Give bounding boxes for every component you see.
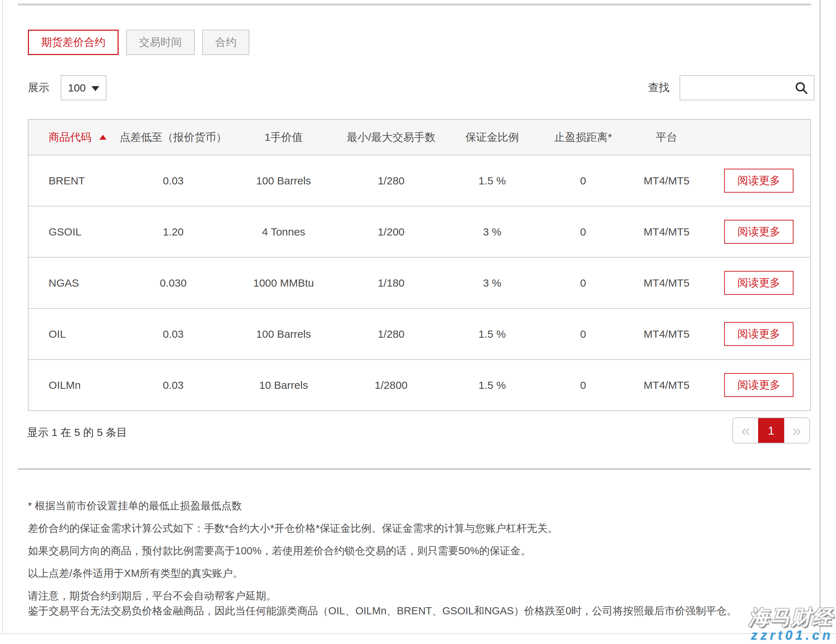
footnote-negative-price: 鉴于交易平台无法交易负价格金融商品，因此当任何能源类商品（OIL、OILMn、B…	[28, 603, 796, 618]
cell-min-max-lots: 1/280	[338, 328, 443, 340]
watermark-url: zzrt01.cn	[749, 629, 833, 642]
cell-margin: 1.5 %	[444, 175, 540, 187]
page-size-control: 展示 100	[28, 75, 106, 100]
footnote-stop-levels: * 根据当前市价设置挂单的最低止损盈最低点数	[28, 498, 796, 513]
table-row-ngas: NGAS 0.030 1000 MMBtu 1/180 3 % 0 MT4/MT…	[29, 257, 810, 308]
table-row-oil: OIL 0.03 100 Barrels 1/280 1.5 % 0 MT4/M…	[29, 308, 810, 359]
section-divider	[18, 468, 811, 470]
bottom-divider	[0, 633, 836, 634]
search-control: 查找	[648, 75, 815, 100]
pagination-prev-button[interactable]: «	[733, 418, 758, 443]
cell-lot-value: 4 Tonnes	[229, 226, 338, 238]
chevron-down-icon	[91, 86, 99, 91]
cell-platform: MT4/MT5	[625, 328, 708, 340]
cell-lot-value: 100 Barrels	[229, 175, 338, 187]
cell-spread: 0.030	[118, 277, 229, 289]
cell-stop-distance: 0	[540, 226, 625, 238]
footnote-margin-formula: 差价合约的保证金需求计算公式如下：手数*合约大小*开仓价格*保证金比例。保证金需…	[28, 521, 796, 536]
cell-stop-distance: 0	[540, 277, 625, 289]
cell-margin: 1.5 %	[444, 379, 540, 391]
read-more-button[interactable]: 阅读更多	[724, 322, 794, 346]
search-box	[679, 75, 815, 100]
cell-stop-distance: 0	[540, 175, 625, 187]
page-right-border	[820, 0, 821, 634]
column-header-margin[interactable]: 保证金比例	[444, 130, 540, 145]
watermark: 海马财经 zzrt01.cn	[749, 607, 833, 642]
page-left-border	[2, 0, 3, 634]
tab-trading-hours[interactable]: 交易时间	[126, 29, 195, 55]
footnote-hedged-margin: 如果交易同方向的商品，预付款比例需要高于100%，若使用差价合约锁仓交易的话，则…	[28, 543, 796, 558]
cell-min-max-lots: 1/2800	[338, 379, 443, 391]
entries-info: 显示 1 在 5 的 5 条目	[27, 425, 127, 440]
cell-spread: 0.03	[118, 175, 229, 187]
futures-cfd-table: 商品代码 点差低至（报价货币） 1手价值 最小/最大交易手数 保证金比例 止盈损…	[28, 119, 811, 411]
cell-symbol: NGAS	[29, 277, 118, 289]
column-header-symbol-label: 商品代码	[49, 130, 91, 145]
read-more-button[interactable]: 阅读更多	[724, 373, 794, 397]
pagination-next-button[interactable]: »	[784, 418, 809, 443]
cell-platform: MT4/MT5	[625, 379, 708, 391]
cell-symbol: BRENT	[29, 175, 118, 187]
column-header-lot-value[interactable]: 1手价值	[229, 130, 338, 145]
show-label: 展示	[28, 80, 49, 95]
read-more-button[interactable]: 阅读更多	[724, 220, 794, 244]
table-row-oilmn: OILMn 0.03 10 Barrels 1/2800 1.5 % 0 MT4…	[29, 359, 810, 410]
cell-min-max-lots: 1/180	[338, 277, 443, 289]
cell-lot-value: 1000 MMBtu	[229, 277, 338, 289]
footnotes: * 根据当前市价设置挂单的最低止损盈最低点数 差价合约的保证金需求计算公式如下：…	[28, 498, 796, 626]
cell-spread: 1.20	[118, 226, 229, 238]
read-more-button[interactable]: 阅读更多	[724, 271, 794, 295]
cell-lot-value: 10 Barrels	[229, 379, 338, 391]
read-more-button[interactable]: 阅读更多	[724, 169, 794, 193]
cell-lot-value: 100 Barrels	[229, 328, 338, 340]
cell-spread: 0.03	[118, 328, 229, 340]
cell-margin: 1.5 %	[444, 328, 540, 340]
cell-min-max-lots: 1/200	[338, 226, 443, 238]
cell-symbol: OILMn	[29, 379, 118, 391]
page-size-value: 100	[68, 82, 86, 94]
cell-margin: 3 %	[444, 226, 540, 238]
table-header-row: 商品代码 点差低至（报价货币） 1手价值 最小/最大交易手数 保证金比例 止盈损…	[29, 120, 810, 155]
pagination: « 1 »	[732, 417, 810, 443]
cell-min-max-lots: 1/280	[338, 175, 443, 187]
column-header-min-max-lots[interactable]: 最小/最大交易手数	[338, 130, 443, 145]
cell-symbol: OIL	[29, 328, 118, 340]
cell-symbol: GSOIL	[29, 226, 118, 238]
table-row-gsoil: GSOIL 1.20 4 Tonnes 1/200 3 % 0 MT4/MT5 …	[29, 206, 810, 257]
tab-contract[interactable]: 合约	[202, 29, 249, 55]
tab-futures-cfd[interactable]: 期货差价合约	[28, 29, 119, 55]
page-size-dropdown[interactable]: 100	[61, 75, 106, 100]
table-row-brent: BRENT 0.03 100 Barrels 1/280 1.5 % 0 MT4…	[29, 155, 810, 206]
footnote-expiry-notice: 请注意，期货合约到期后，平台不会自动帮客户延期。	[28, 588, 796, 603]
cell-stop-distance: 0	[540, 379, 625, 391]
column-header-spread[interactable]: 点差低至（报价货币）	[118, 130, 229, 145]
search-label: 查找	[648, 80, 669, 95]
watermark-logo-text: 海马财经	[749, 607, 833, 628]
search-icon[interactable]	[795, 81, 808, 95]
tab-bar: 期货差价合约 交易时间 合约	[28, 29, 249, 55]
pagination-page-1[interactable]: 1	[758, 418, 784, 443]
footnote-account-types: 以上点差/条件适用于XM所有类型的真实账户。	[28, 566, 796, 581]
cell-platform: MT4/MT5	[625, 175, 708, 187]
cell-platform: MT4/MT5	[625, 226, 708, 238]
cell-stop-distance: 0	[540, 328, 625, 340]
column-header-symbol[interactable]: 商品代码	[29, 130, 118, 145]
column-header-stop-distance[interactable]: 止盈损距离*	[540, 130, 625, 145]
cell-margin: 3 %	[444, 277, 540, 289]
cell-spread: 0.03	[118, 379, 229, 391]
sort-ascending-icon	[99, 135, 106, 140]
top-divider	[18, 3, 811, 5]
cell-platform: MT4/MT5	[625, 277, 708, 289]
column-header-platform[interactable]: 平台	[625, 130, 708, 145]
